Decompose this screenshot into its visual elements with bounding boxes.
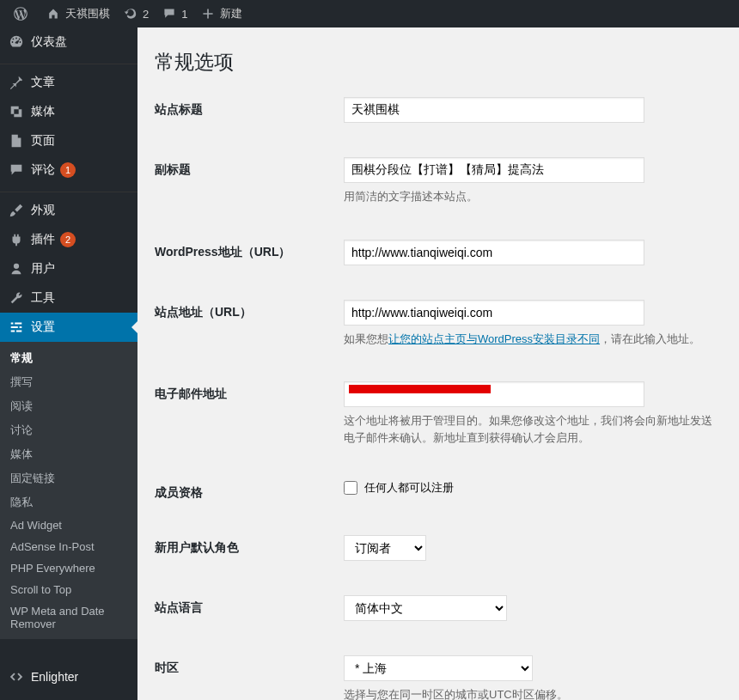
menu-settings[interactable]: 设置 <box>0 313 137 342</box>
sliders-icon <box>9 320 24 335</box>
link-site-url-help[interactable]: 让您的站点主页与WordPress安装目录不同 <box>388 332 600 345</box>
site-name-text: 天祺围棋 <box>65 6 110 21</box>
brush-icon <box>9 203 24 218</box>
admin-sidebar: 仪表盘 文章 媒体 页面 评论 1 外观 插件 2 用户 工具 设置 常规 <box>0 27 137 700</box>
desc-site-url: 如果您想让您的站点主页与WordPress安装目录不同，请在此输入地址。 <box>344 331 722 348</box>
checkbox-membership-row[interactable]: 任何人都可以注册 <box>344 480 454 496</box>
dashboard-icon <box>9 34 24 50</box>
submenu-reading[interactable]: 阅读 <box>0 394 137 418</box>
plugin-icon <box>9 232 24 247</box>
menu-enlighter-label: Enlighter <box>31 670 78 684</box>
checkbox-membership[interactable] <box>344 481 357 495</box>
submenu-media[interactable]: 媒体 <box>0 442 137 466</box>
desc-timezone-1: 选择与您在同一时区的城市或UTC时区偏移。 <box>344 686 722 700</box>
menu-posts-label: 文章 <box>31 75 55 90</box>
label-tagline: 副标题 <box>155 157 344 178</box>
submenu-adsense[interactable]: AdSense In-Post <box>0 536 137 557</box>
updates-link[interactable]: 2 <box>117 0 156 27</box>
menu-plugins-label: 插件 <box>31 232 55 247</box>
admin-bar: 天祺围棋 2 1 新建 <box>0 0 739 27</box>
submenu-php-everywhere[interactable]: PHP Everywhere <box>0 557 137 579</box>
select-timezone[interactable]: * 上海 <box>344 655 533 681</box>
comments-link[interactable]: 1 <box>156 0 194 27</box>
submenu-scroll-top[interactable]: Scroll to Top <box>0 579 137 600</box>
updates-count: 2 <box>143 8 149 21</box>
plus-icon <box>201 7 215 21</box>
submenu-discussion[interactable]: 讨论 <box>0 418 137 442</box>
menu-pages[interactable]: 页面 <box>0 126 137 155</box>
new-content-link[interactable]: 新建 <box>194 0 249 27</box>
page-title: 常规选项 <box>155 49 722 76</box>
new-label: 新建 <box>220 6 242 21</box>
page-icon <box>9 133 24 149</box>
input-site-url[interactable] <box>344 300 644 326</box>
menu-tools-label: 工具 <box>31 290 55 306</box>
checkbox-membership-label: 任何人都可以注册 <box>364 480 454 496</box>
submenu-privacy[interactable]: 隐私 <box>0 490 137 514</box>
menu-media[interactable]: 媒体 <box>0 97 137 126</box>
comments-icon <box>9 162 24 178</box>
submenu-wp-meta-remover[interactable]: WP Meta and Date Remover <box>0 600 137 635</box>
desc-tagline: 用简洁的文字描述本站点。 <box>344 188 722 205</box>
pin-icon <box>9 75 24 90</box>
menu-users[interactable]: 用户 <box>0 254 137 283</box>
comments-badge: 1 <box>60 162 76 178</box>
redacted-email <box>349 385 491 393</box>
submenu-writing[interactable]: 撰写 <box>0 370 137 394</box>
user-icon <box>9 261 24 277</box>
label-timezone: 时区 <box>155 655 344 676</box>
menu-settings-label: 设置 <box>31 320 55 335</box>
submenu-permalinks[interactable]: 固定链接 <box>0 466 137 490</box>
label-site-title: 站点标题 <box>155 97 344 118</box>
menu-posts[interactable]: 文章 <box>0 68 137 97</box>
submenu-general[interactable]: 常规 <box>0 346 137 370</box>
settings-submenu: 常规 撰写 阅读 讨论 媒体 固定链接 隐私 Ad Widget AdSense… <box>0 342 137 639</box>
menu-dashboard-label: 仪表盘 <box>31 34 67 50</box>
menu-appearance-label: 外观 <box>31 203 55 218</box>
menu-comments-label: 评论 <box>31 162 55 178</box>
comment-icon <box>162 7 176 21</box>
desc-admin-email: 这个地址将被用于管理目的。如果您修改这个地址，我们将会向新地址发送电子邮件来确认… <box>344 412 722 446</box>
menu-dashboard[interactable]: 仪表盘 <box>0 27 137 57</box>
label-default-role: 新用户默认角色 <box>155 535 344 556</box>
wrench-icon <box>9 290 24 306</box>
input-tagline[interactable] <box>344 157 644 183</box>
select-default-role[interactable]: 订阅者 <box>344 535 426 561</box>
select-site-language[interactable]: 简体中文 <box>344 595 507 621</box>
menu-plugins[interactable]: 插件 2 <box>0 225 137 254</box>
wordpress-icon <box>14 7 27 21</box>
input-site-title[interactable] <box>344 97 644 123</box>
label-site-url: 站点地址（URL） <box>155 300 344 320</box>
menu-tools[interactable]: 工具 <box>0 283 137 313</box>
home-icon <box>46 7 60 21</box>
menu-media-label: 媒体 <box>31 104 55 119</box>
wp-logo[interactable] <box>7 0 40 27</box>
label-site-language: 站点语言 <box>155 595 344 616</box>
menu-comments[interactable]: 评论 1 <box>0 155 137 185</box>
site-name-link[interactable]: 天祺围棋 <box>40 0 117 27</box>
submenu-ad-widget[interactable]: Ad Widget <box>0 514 137 536</box>
plugins-badge: 2 <box>60 232 76 247</box>
input-wp-url[interactable] <box>344 240 644 265</box>
comments-count: 1 <box>181 8 187 21</box>
update-icon <box>124 7 137 21</box>
settings-general-page: 常规选项 站点标题 副标题 用简洁的文字描述本站点。 WordPress地址（U… <box>137 27 739 700</box>
code-icon <box>9 669 24 685</box>
label-admin-email: 电子邮件地址 <box>155 381 344 402</box>
menu-appearance[interactable]: 外观 <box>0 196 137 225</box>
label-membership: 成员资格 <box>155 480 344 501</box>
label-wp-url: WordPress地址（URL） <box>155 240 344 260</box>
menu-pages-label: 页面 <box>31 133 55 149</box>
menu-users-label: 用户 <box>31 261 55 277</box>
media-icon <box>9 104 24 119</box>
menu-enlighter[interactable]: Enlighter <box>0 662 137 691</box>
